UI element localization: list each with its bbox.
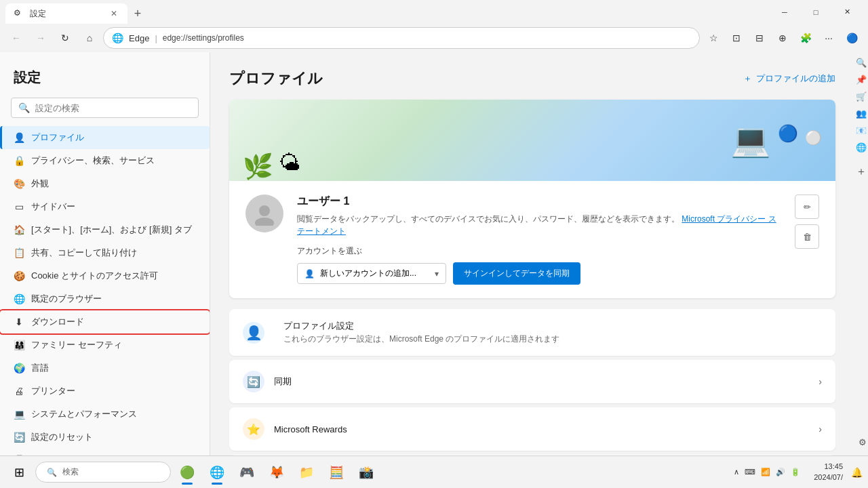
sidebar-label-default: 既定のブラウザー [31, 293, 102, 305]
sidebar-item-sidebar[interactable]: ▭ サイドバー [0, 195, 210, 218]
profile-settings-header[interactable]: 👤 プロファイル設定 これらのブラウザー設定は、Microsoft Edge の… [229, 309, 835, 356]
downloads-icon: ⬇ [14, 317, 24, 327]
url-text: edge://settings/profiles [163, 33, 244, 43]
taskbar-search[interactable]: 🔍 検索 [35, 462, 171, 483]
account-dropdown[interactable]: 👤 新しいアカウントの追加... ▾ [297, 263, 446, 284]
extensions-button[interactable]: 🧩 [795, 27, 816, 49]
home-button[interactable]: ⌂ [79, 27, 100, 49]
speaker-icon[interactable]: 🔊 [776, 468, 785, 476]
tab-title: 設定 [30, 8, 46, 20]
sidebar-item-reset[interactable]: 🔄 設定のリセット [0, 426, 210, 449]
sidebar-item-downloads[interactable]: ⬇ ダウンロード [0, 310, 210, 333]
sidebar-item-profile[interactable]: 👤 プロファイル [0, 126, 210, 149]
right-pin-icon[interactable]: 📌 [856, 75, 867, 85]
share-icon: 📋 [14, 247, 24, 258]
address-bar[interactable]: 🌐 Edge | edge://settings/profiles [103, 27, 700, 49]
wifi-icon[interactable]: 📶 [761, 468, 770, 476]
banner-sun-icon: 🌤 [279, 150, 300, 176]
titlebar: ⚙ 設定 ✕ + ─ □ ✕ [0, 0, 868, 24]
taskbar-clock[interactable]: 13:45 2024/07/ [808, 462, 848, 483]
taskbar-search-icon: 🔍 [47, 468, 57, 477]
sidebar-label-startpage: [スタート]、[ホーム]、および [新規] タブ [31, 224, 192, 236]
sidebar-item-system[interactable]: 💻 システムとパフォーマンス [0, 403, 210, 426]
sidebar-item-appearance[interactable]: 🎨 外観 [0, 172, 210, 195]
settings-title: 設定 [0, 63, 210, 98]
edge-sidebar-icon[interactable]: 🔵 [841, 27, 863, 49]
add-profile-label: プロファイルの追加 [756, 73, 835, 85]
taskbar-game[interactable]: 🎮 [233, 459, 260, 486]
profile-actions: ✏ 🗑 [795, 195, 819, 249]
notification-icon[interactable]: 🔔 [851, 467, 863, 478]
right-search-icon[interactable]: 🔍 [856, 58, 867, 68]
profile-name: ユーザー 1 [297, 195, 781, 209]
sidebar-item-startpage[interactable]: 🏠 [スタート]、[ホーム]、および [新規] タブ [0, 218, 210, 241]
tab-view-button[interactable]: ⊡ [726, 27, 747, 49]
page-header: プロファイル ＋ プロファイルの追加 [210, 52, 854, 100]
right-translate-icon[interactable]: 🌐 [856, 142, 867, 152]
clock-date: 2024/07/ [814, 472, 843, 483]
right-outlook-icon[interactable]: 📧 [856, 125, 867, 136]
rewards-title: Microsoft Rewards [274, 424, 818, 434]
minimize-button[interactable]: ─ [769, 0, 800, 24]
svg-point-0 [259, 205, 270, 216]
split-view-button[interactable]: ⊟ [749, 27, 770, 49]
sidebar-item-share[interactable]: 📋 共有、コピーして貼り付け [0, 241, 210, 264]
settings-search-input[interactable] [35, 103, 191, 113]
banner-circle1: ⚪ [805, 129, 822, 146]
sidebar-item-printer[interactable]: 🖨 プリンター [0, 380, 210, 403]
sidebar-label-sidebar: サイドバー [31, 201, 75, 213]
new-tab-button[interactable]: + [127, 3, 148, 24]
right-settings-icon[interactable]: ⚙ [859, 437, 867, 447]
rewards-item[interactable]: ⭐ Microsoft Rewards › [229, 407, 835, 451]
profile-settings-content: プロファイル設定 これらのブラウザー設定は、Microsoft Edge のプロ… [283, 320, 822, 345]
battery-icon[interactable]: 🔋 [791, 468, 800, 476]
taskbar-calc[interactable]: 🧮 [323, 459, 350, 486]
chevron-up-icon[interactable]: ∧ [734, 468, 739, 476]
delete-profile-button[interactable]: 🗑 [795, 224, 819, 249]
dropdown-chevron-icon: ▾ [435, 269, 439, 279]
edge-label: Edge [129, 33, 149, 43]
settings-search-box[interactable]: 🔍 [11, 98, 199, 118]
active-tab[interactable]: ⚙ 設定 ✕ [5, 3, 127, 24]
sidebar-item-default[interactable]: 🌐 既定のブラウザー [0, 287, 210, 310]
sidebar-item-smartphone[interactable]: 📱 スマートフォンとその他のデバイス [0, 449, 210, 455]
back-button[interactable]: ← [5, 27, 27, 49]
sidebar-item-family[interactable]: 👨‍👩‍👧 ファミリー セーフティ [0, 333, 210, 357]
keyboard-icon[interactable]: ⌨ [745, 468, 755, 476]
taskbar-firefox[interactable]: 🦊 [263, 459, 290, 486]
right-people-icon[interactable]: 👥 [856, 108, 867, 119]
signin-button[interactable]: サインインしてデータを同期 [453, 262, 580, 285]
right-shop-icon[interactable]: 🛒 [856, 92, 867, 102]
banner-laptop-icon: 💻 [730, 121, 771, 159]
add-profile-button[interactable]: ＋ プロファイルの追加 [743, 73, 835, 85]
taskbar-chrome[interactable]: 🟢 [174, 459, 201, 486]
sidebar-label-system: システムとパフォーマンス [31, 408, 137, 420]
sync-title: 同期 [274, 375, 818, 388]
user-icon: 👤 [304, 269, 315, 279]
taskbar-files[interactable]: 📁 [293, 459, 320, 486]
sidebar-item-language[interactable]: 🌍 言語 [0, 357, 210, 380]
sidebar-label-printer: プリンター [31, 385, 75, 397]
add-icon: ＋ [743, 73, 752, 85]
taskbar-edge[interactable]: 🌐 [203, 459, 231, 486]
right-add-icon[interactable]: ＋ [856, 165, 867, 179]
taskbar-photo[interactable]: 📸 [353, 459, 380, 486]
sidebar-item-cookies[interactable]: 🍪 Cookie とサイトのアクセス許可 [0, 264, 210, 287]
close-button[interactable]: ✕ [831, 0, 863, 24]
right-panel: 🔍 📌 🛒 👥 📧 🌐 ＋ ⚙ [854, 52, 868, 455]
maximize-button[interactable]: □ [800, 0, 831, 24]
edit-profile-button[interactable]: ✏ [795, 195, 819, 219]
sidebar-icon: ▭ [14, 201, 24, 212]
more-button[interactable]: ··· [818, 27, 840, 49]
sidebar-label-share: 共有、コピーして貼り付け [31, 247, 137, 259]
start-button[interactable]: ⊞ [5, 459, 33, 486]
collections-button[interactable]: ⊕ [772, 27, 793, 49]
tab-close-button[interactable]: ✕ [108, 8, 119, 19]
sidebar-item-privacy[interactable]: 🔒 プライバシー、検索、サービス [0, 149, 210, 172]
forward-button[interactable]: → [30, 27, 52, 49]
settings-main: プロファイル ＋ プロファイルの追加 🌿 🌤 💻 🔵 ⚪ [210, 52, 854, 455]
profile-description: 閲覧データをバックアップし、すべてのデバイスでお気に入り、パスワード、履歴などを… [297, 213, 781, 237]
sync-item[interactable]: 🔄 同期 › [229, 360, 835, 403]
refresh-button[interactable]: ↻ [54, 27, 76, 49]
favorites-button[interactable]: ☆ [703, 27, 724, 49]
